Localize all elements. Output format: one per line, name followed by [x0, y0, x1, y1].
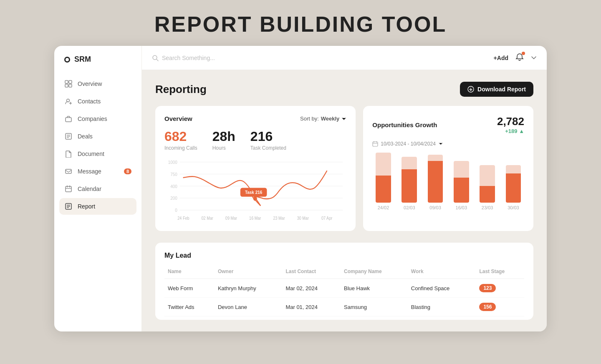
svg-text:02 Mar: 02 Mar — [202, 216, 214, 221]
opp-change: +189 ▲ — [497, 128, 524, 134]
cell-last-contact: Mar 01, 2024 — [282, 298, 341, 316]
grid-icon — [64, 80, 73, 88]
bar-group: 02/03 — [399, 153, 420, 210]
sidebar-item-label: Overview — [78, 80, 102, 87]
svg-text:24 Feb: 24 Feb — [177, 216, 189, 221]
bar-top — [506, 165, 521, 173]
notification-button[interactable] — [515, 53, 524, 63]
sidebar-item-deals[interactable]: Deals — [59, 128, 136, 145]
svg-text:16 Mar: 16 Mar — [249, 216, 261, 221]
calendar-icon — [64, 185, 73, 193]
bar-bottom — [428, 161, 443, 203]
sort-control[interactable]: Sort by: Weekly — [300, 115, 346, 122]
search-icon — [152, 55, 159, 61]
app-header: Search Something... +Add — [142, 46, 547, 70]
cell-name: Twitter Ads — [164, 298, 215, 316]
svg-text:09 Mar: 09 Mar — [225, 216, 237, 221]
report-icon — [64, 202, 73, 211]
sidebar-item-message[interactable]: Message 8 — [59, 163, 136, 180]
download-icon — [467, 86, 474, 93]
bar-label: 09/03 — [429, 205, 441, 210]
cell-stage: 156 — [476, 298, 524, 316]
lead-table: Name Owner Last Contact Company Name Wor… — [164, 266, 524, 316]
bar-top — [402, 157, 417, 169]
col-company: Company Name — [341, 266, 408, 279]
sidebar-item-label: Deals — [78, 133, 93, 140]
logo-dot — [64, 57, 70, 63]
sidebar-item-label: Companies — [78, 115, 107, 122]
cell-last-contact: Mar 02, 2024 — [282, 279, 341, 298]
cell-owner: Kathryn Murphy — [215, 279, 282, 298]
opp-header-right: 2,782 +189 ▲ — [497, 115, 524, 134]
search-placeholder[interactable]: Search Something... — [162, 55, 215, 61]
reporting-title: Reporting — [155, 83, 207, 96]
sidebar: SRM Overview — [54, 46, 142, 331]
cell-work: Confined Space — [408, 279, 476, 298]
svg-text:30 Mar: 30 Mar — [297, 216, 309, 221]
bar-bottom — [454, 178, 469, 203]
content-header: Reporting Download Report — [155, 82, 533, 97]
sidebar-item-overview[interactable]: Overview — [59, 75, 136, 92]
sidebar-item-contacts[interactable]: Contacts — [59, 93, 136, 110]
sidebar-item-report[interactable]: Report — [59, 198, 136, 215]
notification-dot — [522, 52, 525, 55]
search-bar: Search Something... — [152, 55, 487, 61]
stat-hours: 28h Hours — [212, 129, 235, 151]
svg-rect-42 — [373, 142, 378, 146]
deals-icon — [64, 132, 73, 141]
svg-rect-10 — [66, 169, 71, 173]
sidebar-item-label: Document — [78, 151, 104, 157]
cell-company: Samsung — [341, 298, 408, 316]
sort-value: Weekly — [321, 115, 340, 122]
col-owner: Owner — [215, 266, 282, 279]
sidebar-item-calendar[interactable]: Calendar — [59, 181, 136, 197]
stat-tasks: 216 Task Completed — [250, 129, 286, 151]
my-lead-section: My Lead Name Owner Last Contact Company … — [155, 243, 533, 320]
stat-value-calls: 682 — [164, 129, 197, 144]
bar-label: 23/03 — [482, 205, 493, 210]
col-stage: Last Stage — [476, 266, 524, 279]
message-badge: 8 — [124, 168, 131, 174]
svg-text:07 Apr: 07 Apr — [321, 216, 333, 221]
svg-text:400: 400 — [170, 183, 177, 189]
bar-bottom — [402, 169, 417, 203]
stat-label-hours: Hours — [212, 145, 235, 151]
calendar-small-icon — [372, 141, 378, 147]
svg-rect-3 — [69, 84, 72, 87]
cell-company: Blue Hawk — [341, 279, 408, 298]
opp-date-range[interactable]: 10/03-2024 - 10/04/2024 — [372, 141, 524, 147]
sidebar-item-label: Message — [78, 168, 101, 175]
table-header-row: Name Owner Last Contact Company Name Wor… — [164, 266, 524, 279]
cell-work: Blasting — [408, 298, 476, 316]
svg-rect-1 — [69, 80, 72, 83]
svg-point-39 — [253, 196, 257, 201]
bar-top — [376, 153, 391, 176]
stat-label-tasks: Task Completed — [250, 145, 286, 151]
app-window: SRM Overview — [54, 46, 547, 331]
chevron-down-icon[interactable] — [531, 55, 537, 61]
add-button[interactable]: +Add — [494, 55, 508, 61]
bar-label: 16/03 — [456, 205, 467, 210]
cell-name: Web Form — [164, 279, 215, 298]
download-report-button[interactable]: Download Report — [460, 82, 533, 97]
sidebar-item-document[interactable]: Document — [59, 146, 136, 162]
briefcase-icon — [64, 115, 73, 123]
bar-label: 30/03 — [508, 205, 519, 210]
table-row: Web Form Kathryn Murphy Mar 02, 2024 Blu… — [164, 279, 524, 298]
svg-text:23 Mar: 23 Mar — [273, 216, 285, 221]
sidebar-item-companies[interactable]: Companies — [59, 110, 136, 127]
line-chart: 1000 750 400 200 0 24 Feb 02 Mar 09 Mar … — [164, 158, 346, 224]
cell-stage: 123 — [476, 279, 524, 298]
bar-bottom — [506, 173, 521, 203]
stat-value-tasks: 216 — [250, 129, 286, 144]
col-last-contact: Last Contact — [282, 266, 341, 279]
bar-group: 24/02 — [372, 153, 394, 210]
bar-label: 24/02 — [378, 205, 389, 210]
person-add-icon — [64, 97, 73, 105]
svg-text:200: 200 — [170, 196, 177, 201]
bar-group: 16/03 — [450, 153, 472, 210]
opp-card-header: Opportunities Growth 2,782 +189 ▲ — [372, 115, 524, 134]
svg-rect-0 — [65, 80, 68, 83]
bar-bottom — [480, 186, 495, 203]
svg-text:750: 750 — [170, 171, 177, 177]
